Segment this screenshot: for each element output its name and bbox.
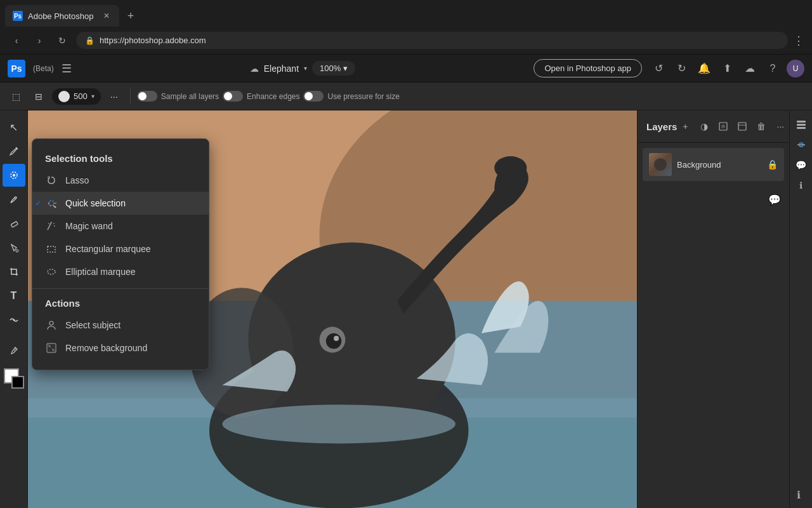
zoom-dropdown-arrow: ▾ [343, 64, 348, 73]
layers-panel-title: Layers [646, 121, 677, 132]
sample-all-layers-toggle[interactable] [137, 91, 157, 102]
svg-point-21 [48, 177, 50, 178]
browser-chrome: Ps Adobe Photoshop ✕ + ‹ › ↻ 🔒 https://p… [0, 0, 812, 55]
hamburger-menu-button[interactable]: ☰ [62, 62, 72, 76]
color-swatch[interactable] [4, 368, 24, 389]
crop-tool[interactable] [3, 260, 25, 283]
lock-icon: 🔒 [85, 36, 95, 45]
undo-button[interactable]: ↺ [650, 60, 667, 77]
svg-point-5 [16, 250, 18, 252]
back-button[interactable]: ‹ [8, 32, 25, 50]
select-subject-icon [45, 319, 58, 331]
main-area: ↖ [0, 110, 812, 508]
svg-rect-44 [797, 124, 806, 126]
type-tool[interactable]: T [3, 284, 25, 307]
more-panel-options-button[interactable]: ··· [772, 118, 789, 135]
zoom-selector[interactable]: 100% ▾ [312, 61, 355, 76]
svg-point-19 [334, 336, 339, 341]
eyedropper-tool[interactable] [3, 339, 25, 362]
select-subject-label: Select subject [65, 320, 121, 330]
select-subject-item[interactable]: Select subject [32, 314, 209, 337]
canvas-area[interactable]: Selection tools Lasso ✓ [28, 110, 637, 508]
url-text: https://photoshop.adobe.com [100, 36, 206, 45]
svg-line-27 [48, 223, 49, 224]
fill-tool[interactable] [3, 236, 25, 259]
svg-point-15 [494, 156, 527, 180]
properties-panel-toggle[interactable] [792, 136, 810, 154]
adjustment-layer-button[interactable]: ◑ [696, 118, 712, 135]
browser-menu-button[interactable]: ⋮ [793, 34, 804, 48]
cloud-icon: ☁ [250, 64, 259, 74]
lasso-tool-item[interactable]: Lasso [32, 169, 209, 192]
use-pressure-label: Use pressure for size [327, 92, 399, 101]
url-bar[interactable]: 🔒 https://photoshop.adobe.com [76, 32, 788, 49]
brush-tool[interactable] [3, 188, 25, 211]
add-layer-button[interactable]: + [677, 118, 693, 135]
remove-background-item[interactable]: Remove background [32, 337, 209, 359]
menu-divider [32, 288, 209, 289]
open-in-photoshop-button[interactable]: Open in Photoshop app [534, 59, 642, 77]
info-button[interactable]: ℹ [790, 486, 807, 503]
svg-point-31 [48, 269, 55, 274]
selection-mode-button[interactable]: ⬚ [6, 87, 25, 106]
svg-rect-35 [52, 345, 55, 347]
user-avatar[interactable]: U [787, 60, 804, 77]
brush-circle-preview [58, 91, 70, 102]
file-name: Elephant [264, 64, 299, 74]
info-panel-toggle[interactable]: ℹ [792, 177, 810, 194]
layers-panel-header: Layers + ◑ 🗑 ··· [638, 110, 789, 143]
toggle-thumb [224, 92, 232, 100]
layers-panel: Layers + ◑ 🗑 ··· [637, 110, 789, 508]
layer-lock-icon[interactable]: 🔒 [767, 159, 778, 170]
warp-tool[interactable] [3, 309, 25, 331]
share-button[interactable]: ⬆ [718, 60, 736, 77]
tab-bar: Ps Adobe Photoshop ✕ + [0, 0, 812, 27]
svg-line-28 [53, 223, 55, 224]
svg-point-18 [326, 333, 342, 349]
mask-button[interactable] [715, 118, 731, 135]
background-layer-item[interactable]: Background 🔒 [643, 148, 784, 181]
delete-layer-button[interactable]: 🗑 [753, 118, 769, 135]
active-tab[interactable]: Ps Adobe Photoshop ✕ [5, 5, 119, 27]
forward-button[interactable]: › [30, 32, 48, 50]
frame-button[interactable] [734, 118, 750, 135]
rectangular-marquee-item[interactable]: Rectangular marquee [32, 237, 209, 260]
svg-rect-4 [11, 222, 18, 227]
magic-wand-icon [45, 220, 58, 232]
new-tab-button[interactable]: + [122, 7, 140, 25]
tab-close-button[interactable]: ✕ [102, 11, 112, 21]
eraser-tool[interactable] [3, 212, 25, 235]
pen-tool[interactable] [3, 140, 25, 163]
move-tool[interactable]: ↖ [3, 116, 25, 138]
elliptical-marquee-icon [45, 265, 58, 278]
svg-rect-30 [48, 246, 55, 252]
brush-size-dropdown-arrow: ▾ [91, 93, 95, 100]
brush-size-selector[interactable]: 500 ▾ [52, 88, 101, 105]
use-pressure-toggle[interactable] [303, 91, 324, 102]
redo-button[interactable]: ↻ [672, 60, 690, 77]
enhance-edges-toggle[interactable] [223, 91, 243, 102]
notification-button[interactable]: 🔔 [695, 60, 713, 77]
magic-wand-item[interactable]: Magic wand [32, 215, 209, 237]
elliptical-marquee-label: Elliptical marquee [65, 267, 136, 277]
beta-label: (Beta) [33, 64, 54, 73]
elliptical-marquee-item[interactable]: Elliptical marquee [32, 260, 209, 283]
sample-all-layers-toggle-group: Sample all layers [137, 91, 219, 102]
refresh-button[interactable]: ↻ [53, 32, 71, 50]
comments-panel-toggle[interactable]: 💬 [792, 156, 810, 174]
layers-panel-toggle[interactable] [792, 116, 810, 133]
file-dropdown-arrow[interactable]: ▾ [304, 65, 307, 72]
selection-tools-title: Selection tools [32, 149, 209, 169]
comments-button[interactable]: 💬 [766, 191, 783, 208]
photoshop-logo: Ps [8, 60, 25, 77]
header-icons: ↺ ↻ 🔔 ⬆ ☁ ? U [650, 60, 804, 77]
background-color[interactable] [11, 376, 24, 389]
quick-selection-item[interactable]: ✓ Quick selection [32, 192, 209, 215]
subtract-mode-button[interactable]: ⊟ [29, 87, 48, 106]
more-options-button[interactable]: ··· [105, 87, 124, 106]
quick-selection-tool[interactable] [3, 164, 25, 187]
cloud-sync-button[interactable]: ☁ [741, 60, 759, 77]
help-button[interactable]: ? [764, 60, 782, 77]
rectangular-marquee-label: Rectangular marquee [65, 244, 151, 254]
lasso-label: Lasso [65, 175, 89, 185]
